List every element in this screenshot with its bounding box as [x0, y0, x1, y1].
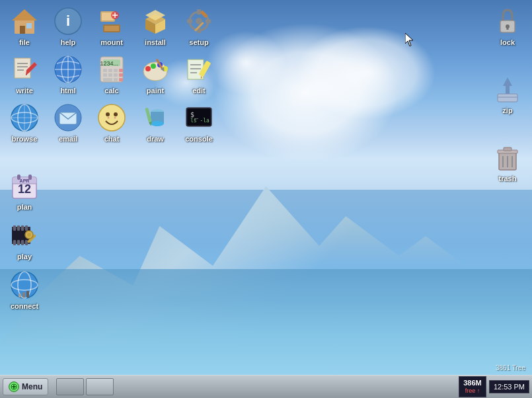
email-label: email	[59, 135, 77, 143]
write-icon	[9, 54, 40, 85]
file-label: file	[19, 38, 30, 46]
install-label: install	[145, 38, 166, 46]
lock-icon	[492, 5, 523, 37]
svg-point-71	[98, 104, 125, 131]
svg-rect-95	[13, 225, 16, 231]
mount-icon-item[interactable]: mount	[91, 3, 133, 48]
paint-label: paint	[147, 87, 164, 95]
bottom-left-icons: APR 12 plan	[3, 168, 220, 213]
calc-label: calc	[104, 87, 118, 95]
svg-rect-9	[104, 26, 119, 31]
clock-time: 12:53 PM	[494, 383, 525, 391]
svg-rect-2	[20, 26, 25, 34]
taskbar: Menu 386M free ↑ 12:53 PM	[0, 375, 532, 398]
svg-rect-42	[119, 69, 123, 72]
svg-rect-110	[22, 292, 25, 298]
play-icon-item[interactable]: play	[3, 218, 46, 262]
menu-icon	[9, 381, 19, 392]
svg-rect-111	[26, 291, 29, 298]
svg-rect-91	[28, 175, 32, 180]
menu-button[interactable]: Menu	[3, 378, 48, 395]
draw-icon-item[interactable]: draw	[134, 100, 176, 145]
clock-display: 12:53 PM	[489, 380, 529, 393]
html-label: html	[60, 87, 75, 95]
svg-rect-116	[498, 94, 517, 102]
desktop-icons-left: file i help	[3, 3, 220, 312]
play-label: play	[17, 253, 32, 260]
play-icon-wrapper: play	[3, 218, 220, 262]
status-text-value: 3861 Tree	[496, 364, 525, 372]
paint-icon-item[interactable]: paint	[134, 52, 176, 97]
play-icon	[9, 219, 40, 251]
svg-text:1234...: 1234...	[100, 60, 118, 67]
svg-rect-47	[103, 78, 112, 81]
svg-rect-43	[103, 73, 107, 77]
menu-label: Menu	[22, 382, 42, 391]
svg-rect-90	[17, 175, 20, 180]
setup-icon-item[interactable]: setup	[178, 3, 220, 48]
taskbar-btn-2[interactable]	[86, 378, 114, 395]
browse-label: browse	[12, 135, 38, 143]
svg-rect-3	[26, 23, 32, 28]
chat-icon-item[interactable]: chat	[91, 100, 133, 145]
console-label: console	[185, 135, 213, 143]
svg-point-53	[151, 63, 156, 69]
write-icon-item[interactable]: write	[3, 52, 46, 97]
svg-rect-98	[25, 225, 28, 231]
memory-label: 386M	[463, 378, 482, 387]
status-text: 3861 Tree	[496, 364, 525, 372]
svg-rect-41	[114, 69, 118, 72]
file-icon	[9, 5, 40, 37]
svg-rect-101	[21, 240, 24, 245]
svg-rect-40	[108, 69, 112, 72]
svg-rect-49	[119, 78, 123, 81]
svg-rect-22	[206, 19, 211, 23]
email-icon-item[interactable]: email	[47, 100, 89, 145]
svg-point-78	[151, 121, 164, 126]
console-icon-item[interactable]: $_ ls -la console	[178, 100, 220, 145]
svg-rect-120	[504, 147, 512, 151]
calc-icon-item[interactable]: 1234... calc	[91, 52, 133, 97]
setup-label: setup	[189, 38, 208, 46]
svg-rect-48	[114, 78, 118, 81]
svg-marker-115	[503, 77, 512, 94]
trash-icon	[492, 141, 523, 173]
connect-icon-item[interactable]: connect	[3, 267, 46, 312]
svg-rect-39	[103, 69, 107, 72]
plan-icon: APR 12	[9, 170, 40, 202]
icon-row-1: file i help	[3, 3, 220, 48]
html-icon-item[interactable]: html	[47, 52, 89, 97]
svg-rect-23	[200, 10, 208, 18]
svg-point-74	[108, 117, 110, 119]
chat-label: chat	[104, 135, 120, 143]
svg-point-52	[145, 66, 151, 71]
svg-point-72	[106, 112, 110, 116]
edit-icon-item[interactable]: edit	[178, 52, 220, 97]
svg-rect-97	[21, 225, 24, 231]
memory-display: 386M free ↑	[459, 376, 486, 397]
svg-rect-102	[25, 240, 28, 245]
chat-icon	[96, 102, 128, 134]
console-icon: $_ ls -la	[183, 102, 215, 134]
trash-icon-item[interactable]: trash	[486, 139, 529, 184]
browse-icon	[9, 102, 40, 134]
lock-icon-item[interactable]: lock	[486, 3, 529, 48]
install-icon-item[interactable]: install	[134, 3, 176, 48]
zip-icon-item[interactable]: zip	[486, 71, 529, 116]
plan-icon-item[interactable]: APR 12 plan	[3, 168, 46, 213]
svg-text:12: 12	[18, 182, 31, 196]
svg-text:ls -la: ls -la	[190, 118, 209, 124]
connect-label: connect	[11, 302, 38, 310]
help-icon-item[interactable]: i help	[47, 3, 89, 48]
browse-icon-item[interactable]: browse	[3, 100, 46, 145]
edit-label: edit	[192, 87, 206, 95]
svg-rect-96	[17, 225, 20, 231]
connect-icon-wrapper: connect	[3, 267, 220, 312]
help-icon: i	[52, 5, 84, 37]
draw-label: draw	[147, 135, 164, 143]
file-icon-item[interactable]: file	[3, 3, 46, 48]
svg-point-75	[114, 117, 116, 119]
help-label: help	[61, 38, 76, 46]
taskbar-btn-1[interactable]	[56, 378, 84, 395]
taskbar-buttons	[56, 378, 459, 395]
